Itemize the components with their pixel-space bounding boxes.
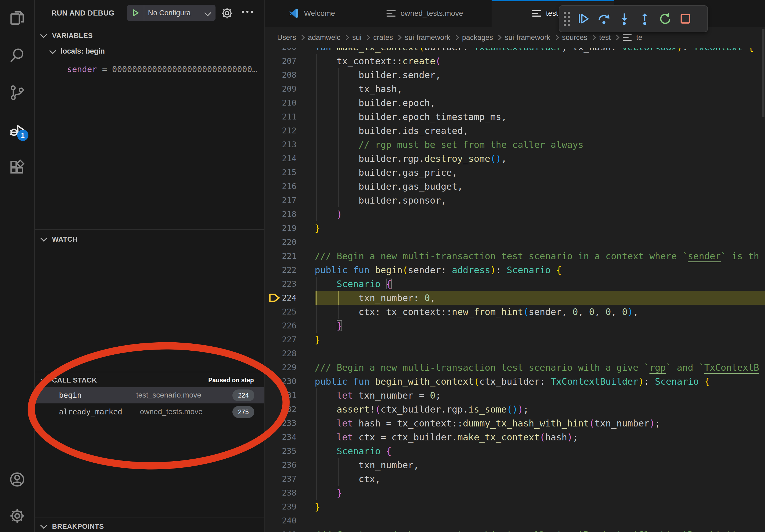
code-text[interactable]: /// Begin a new multi-transaction test s… xyxy=(315,361,765,375)
code-line[interactable]: 207 tx_context::create( xyxy=(265,54,765,68)
line-number[interactable]: 214 xyxy=(265,151,297,165)
code-text[interactable]: builder.gas_budget, xyxy=(315,179,765,193)
line-number[interactable]: 226 xyxy=(265,319,297,333)
code-line[interactable]: 237 ctx, xyxy=(265,472,765,486)
locals-scope-label[interactable]: locals: begin xyxy=(61,47,105,56)
line-number[interactable]: 209 xyxy=(265,82,297,96)
code-line[interactable]: 213 // rgp must be set from the caller a… xyxy=(265,138,765,151)
code-line[interactable]: 208 builder.sender, xyxy=(265,68,765,82)
breakpoints-collapse-chevron-icon[interactable] xyxy=(40,522,47,529)
breadcrumb-item[interactable]: sui xyxy=(352,34,362,42)
debug-restart-button[interactable] xyxy=(657,10,673,27)
variable-row[interactable]: sender = 0000000000000000000000000000… xyxy=(67,64,257,74)
callstack-collapse-chevron-icon[interactable] xyxy=(40,376,47,382)
line-number[interactable]: 240 xyxy=(265,514,297,528)
breadcrumb-item[interactable]: test xyxy=(599,34,611,42)
breadcrumb-item[interactable]: sui-framework xyxy=(405,34,450,42)
code-text[interactable]: txn_number, xyxy=(315,458,765,472)
line-number[interactable]: 215 xyxy=(265,165,297,179)
editor-scrollbar[interactable] xyxy=(762,29,764,117)
line-number[interactable]: 212 xyxy=(265,124,297,138)
line-number[interactable]: 222 xyxy=(265,263,297,277)
code-line[interactable]: 229/// Begin a new multi-transaction tes… xyxy=(265,361,765,375)
callstack-frame[interactable]: begin test_scenario.move 224 xyxy=(35,387,264,403)
line-number[interactable]: 230 xyxy=(265,375,297,389)
line-number[interactable]: 229 xyxy=(265,361,297,375)
code-text[interactable]: txn_number: 0, xyxy=(315,291,765,305)
code-text[interactable]: } xyxy=(315,319,765,333)
code-line[interactable]: 233 let hash = tx_context::dummy_tx_hash… xyxy=(265,416,765,430)
code-line[interactable]: 225 ctx: tx_context::new_from_hint(sende… xyxy=(265,305,765,319)
variables-section-header[interactable]: VARIABLES xyxy=(52,32,93,40)
code-line[interactable]: 211 builder.epoch_timestamp_ms, xyxy=(265,110,765,124)
code-text[interactable] xyxy=(315,347,765,361)
breadcrumb-item[interactable]: sources xyxy=(562,34,587,42)
code-line[interactable]: 230public fun begin_with_context(ctx_bui… xyxy=(265,375,765,389)
line-number[interactable]: 219 xyxy=(265,221,297,235)
code-editor[interactable]: 206fun make_tx_context(builder: TxContex… xyxy=(265,0,765,532)
code-line[interactable]: 238 } xyxy=(265,486,765,500)
tab-welcome[interactable]: Welcome xyxy=(265,0,359,27)
code-text[interactable]: let hash = tx_context::dummy_tx_hash_wit… xyxy=(315,416,765,430)
code-text[interactable] xyxy=(315,235,765,249)
code-line[interactable]: 227} xyxy=(265,333,765,347)
code-line[interactable]: 218 ) xyxy=(265,207,765,221)
code-line[interactable]: 212 builder.ids_created, xyxy=(265,124,765,138)
code-text[interactable]: builder.sender, xyxy=(315,68,765,82)
code-text[interactable]: } xyxy=(315,333,765,347)
line-number[interactable]: 208 xyxy=(265,68,297,82)
code-line[interactable]: 228 xyxy=(265,347,765,361)
line-number[interactable]: 216 xyxy=(265,179,297,193)
code-line[interactable]: 223 Scenario { xyxy=(265,277,765,291)
line-number[interactable]: 231 xyxy=(265,389,297,402)
code-text[interactable]: let txn_number = 0; xyxy=(315,389,765,402)
line-number[interactable]: 217 xyxy=(265,193,297,207)
code-text[interactable]: Scenario { xyxy=(315,277,765,291)
code-text[interactable] xyxy=(315,514,765,528)
line-number[interactable]: 210 xyxy=(265,96,297,110)
activitybar-item-extensions[interactable] xyxy=(9,158,26,176)
line-number[interactable]: 228 xyxy=(265,347,297,361)
code-text[interactable]: builder.gas_price, xyxy=(315,165,765,179)
code-text[interactable]: tx_hash, xyxy=(315,82,765,96)
code-line[interactable]: 239} xyxy=(265,500,765,514)
debug-stop-button[interactable] xyxy=(677,10,694,27)
line-number[interactable]: 225 xyxy=(265,305,297,319)
breadcrumb-item[interactable]: crates xyxy=(374,34,393,42)
code-text[interactable]: builder.epoch, xyxy=(315,96,765,110)
code-line[interactable]: 231 let txn_number = 0; xyxy=(265,389,765,402)
line-number[interactable]: 235 xyxy=(265,444,297,458)
debug-step-out-button[interactable] xyxy=(636,10,653,27)
watch-collapse-chevron-icon[interactable] xyxy=(40,235,47,241)
code-text[interactable]: } xyxy=(315,486,765,500)
code-text[interactable]: tx_context::create( xyxy=(315,54,765,68)
line-number[interactable]: 227 xyxy=(265,333,297,347)
breakpoints-section-header[interactable]: BREAKPOINTS xyxy=(52,522,104,531)
line-number[interactable]: 207 xyxy=(265,54,297,68)
code-line[interactable]: 214 builder.rgp.destroy_some(), xyxy=(265,151,765,165)
breadcrumb-item[interactable]: Users xyxy=(277,34,296,42)
code-text[interactable]: // rgp must be set from the caller alway… xyxy=(315,138,765,151)
activitybar-item-search[interactable] xyxy=(9,47,26,64)
line-number[interactable]: 236 xyxy=(265,458,297,472)
code-line[interactable]: 210 builder.epoch, xyxy=(265,96,765,110)
code-line[interactable]: 241/// Creates and shares system objects… xyxy=(265,528,765,532)
line-number[interactable]: 234 xyxy=(265,430,297,444)
activitybar-item-settings[interactable] xyxy=(9,507,26,524)
breadcrumb-item[interactable]: sui-framework xyxy=(505,34,550,42)
line-number[interactable]: 232 xyxy=(265,402,297,416)
line-number[interactable]: 239 xyxy=(265,500,297,514)
code-line[interactable]: 222public fun begin(sender: address): Sc… xyxy=(265,263,765,277)
code-text[interactable]: builder.ids_created, xyxy=(315,124,765,138)
line-number[interactable]: 220 xyxy=(265,235,297,249)
code-text[interactable]: ) xyxy=(315,207,765,221)
code-line[interactable]: 236 txn_number, xyxy=(265,458,765,472)
code-text[interactable]: builder.rgp.destroy_some(), xyxy=(315,151,765,165)
breadcrumb-item[interactable]: packages xyxy=(462,34,493,42)
line-number[interactable]: 233 xyxy=(265,416,297,430)
variables-collapse-chevron-icon[interactable] xyxy=(40,31,47,38)
code-text[interactable]: Scenario { xyxy=(315,444,765,458)
more-actions-icon[interactable] xyxy=(242,11,253,13)
code-line[interactable]: 217 builder.sponsor, xyxy=(265,193,765,207)
debug-step-into-button[interactable] xyxy=(616,10,633,27)
